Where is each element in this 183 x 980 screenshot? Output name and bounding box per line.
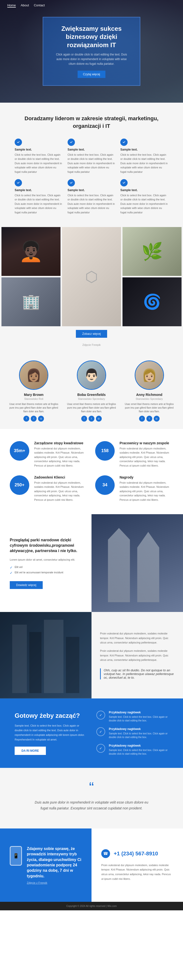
team-role-2: Stanowisko Sprzedaży (78, 398, 105, 400)
advisory-item-text-3: Click to select the text box. Click agai… (120, 153, 168, 174)
gallery-img-3: 🌿 (123, 227, 181, 276)
advisory-title: Doradzamy liderom w zakresie strategii, … (15, 115, 168, 130)
rt-right-content: Proin vulesterat dui ytipsum molestiem, … (92, 612, 183, 698)
advisory-item-text-1: Click to select the text box. Click agai… (15, 153, 63, 174)
cta-icon-1: ✓ (96, 711, 105, 719)
advisory-item-title-5: Sample text. (68, 188, 116, 192)
stats-grid: 35m+ Zarządzane stopy kwadratowe Proin v… (10, 441, 173, 502)
advisory-item-4: Sample text. Click to select the text bo… (15, 179, 63, 215)
stat-title-2: Pracownicy w naszym zespole (120, 441, 173, 445)
cta-item-title-2: Przykładowy nagłówek (109, 727, 168, 731)
nav-home[interactable]: Home (7, 3, 16, 8)
gallery-img-4: 🏢 (2, 277, 60, 326)
cta-right: ✓ Przykładowy nagłówek Sample text. Clic… (96, 711, 168, 756)
team-bio-1: Usac ernet litari theens metore arte at … (7, 402, 60, 413)
stat-circle-4: 34 (95, 475, 115, 495)
advisory-item-title-1: Sample text. (15, 148, 63, 151)
rt-quote: Ohh, cuip ac sit fin duidio. Do not quis… (100, 668, 175, 679)
cta-item-content-1: Przykładowy nagłówek Sample text. Click … (109, 711, 168, 722)
bottom-phone-icon: 📱 (10, 846, 22, 865)
avatar-image-2: 👨🏻 (77, 361, 106, 389)
bottom-split-section: 📱 Zdajemy sobie sprawę, że prowadziś int… (0, 829, 183, 902)
gallery-grid: 🧑🏿‍🦱 ⬡ 🌿 🏢 🌀 (0, 227, 183, 326)
testimonial-section: “ Duis aute pure dolor in reprehenderit … (0, 768, 183, 829)
team-member-2: 👨🏻 Boba Greenfields Stanowisko Sprzedaży… (65, 361, 118, 422)
bottom-left-content: 📱 Zdajemy sobie sprawę, że prowadziś int… (10, 846, 82, 884)
advisory-item-6: Sample text. Click to select the text bo… (120, 179, 168, 215)
building-illustration (101, 524, 174, 602)
team-bio-2: Usac ernet litari theens metore arte at … (65, 402, 118, 413)
advisory-item-title-2: Sample text. (68, 148, 116, 151)
team-bio-3: Usac ernet litari theens metore arte at … (123, 402, 176, 413)
stat-circle-1: 35m+ (10, 441, 29, 461)
phone-symbol: 📱 (13, 853, 19, 859)
team-avatar-2: 👨🏻 (77, 361, 106, 390)
rt-left-image (0, 612, 92, 698)
cta-item-1: ✓ Przykładowy nagłówek Sample text. Clic… (96, 711, 168, 722)
advisory-item-text-2: Click to select the text box. Click agai… (68, 153, 116, 174)
social-ig-1[interactable]: ◎ (38, 416, 44, 422)
rt-section: Proin vulesterat dui ytipsum molestiem, … (0, 612, 183, 698)
footer-text: Copyright © 2024 All rights reserved | W… (66, 905, 117, 907)
cta-button[interactable]: DA RI MORE (15, 747, 46, 755)
social-fb-2[interactable]: f (81, 416, 87, 422)
advisory-icon-1 (15, 138, 22, 146)
split-left: Przeglądaj parki narodowe dzięki cyfrowy… (0, 514, 92, 612)
team-role-3: Stanowisko Sprzedaży (136, 398, 163, 400)
nav-about[interactable]: About (21, 3, 29, 8)
cta-section: Gotowy żeby zacząć? Sample text. Click t… (0, 698, 183, 768)
quote-icon: “ (15, 780, 168, 795)
cta-title: Gotowy żeby zacząć? (15, 712, 87, 720)
hero-content-box: Zwiększamy sukces biznesowy dzięki rozwi… (43, 17, 140, 86)
stat-item-2: 158 Pracownicy w naszym zespole Proin vu… (95, 441, 173, 468)
social-tw-3[interactable]: t (147, 416, 152, 422)
check-icon-1: ✓ (10, 565, 13, 570)
social-ig-3[interactable]: ◎ (154, 416, 159, 422)
social-ig-2[interactable]: ◎ (96, 416, 102, 422)
team-member-1: 👩🏽 Mary Brown Stanowisko Roli Usac ernet… (7, 361, 60, 422)
cta-left: Gotowy żeby zacząć? Sample text. Click t… (15, 712, 87, 755)
cta-text: Sample text. Click to select the text bo… (15, 723, 87, 742)
gallery-caption: Zdjęcie Freepik (0, 341, 183, 348)
cta-item-2: ✓ Przykładowy nagłówek Sample text. Clic… (96, 727, 168, 739)
advisory-item-text-5: Click to select the text box. Click agai… (68, 193, 116, 215)
advisory-item-3: Sample text. Click to select the text bo… (120, 138, 168, 174)
bottom-left-text-area: Zdajemy sobie sprawę, że prowadziś inten… (27, 846, 82, 884)
bottom-right: ☎ +1 (234) 567-8910 Proin vulesterat dui… (92, 829, 183, 902)
team-name-2: Boba Greenfields (77, 393, 106, 397)
social-fb-1[interactable]: f (24, 416, 29, 422)
cta-item-text-1: Sample text. Click to select the text bo… (109, 715, 168, 722)
social-fb-3[interactable]: f (139, 416, 145, 422)
split-more-button[interactable]: Dowiedz więcej (10, 581, 43, 589)
gallery-img-1: 🧑🏿‍🦱 (2, 227, 60, 276)
footer: Copyright © 2024 All rights reserved | W… (0, 902, 183, 910)
gallery-img-5: 🌀 (123, 277, 181, 326)
check-icon-2: ✓ (10, 571, 13, 575)
team-member-3: 👩🏼 Anny Richmond Stanowisko Sprzedaży Us… (123, 361, 176, 422)
social-tw-2[interactable]: t (88, 416, 95, 422)
team-name-1: Mary Brown (24, 393, 43, 397)
split-right-image (92, 514, 183, 612)
check-text-2: Elit vel te accumusani temporale incidun… (15, 571, 63, 574)
cta-item-content-3: Przykładowy nagłówek Sample text. Click … (109, 744, 168, 756)
split-left-text: Lorem ipsum dolor sit amet, consectetur … (10, 557, 82, 562)
stat-info-3: Zadowoleni Klienci Proin vulesterat dui … (34, 475, 88, 502)
stat-circle-2: 158 (95, 441, 115, 461)
phone-icon: ☎ (101, 849, 110, 858)
stat-text-3: Proin vulesterat dui ytipsum molestiem, … (34, 481, 88, 502)
check-text-1: Elit vel (15, 565, 22, 568)
rt-image-svg (0, 612, 92, 698)
social-tw-1[interactable]: t (31, 416, 36, 422)
advisory-item-text-4: Click to select the text box. Click agai… (15, 193, 63, 215)
navigation: Home About Contact (0, 0, 183, 11)
bottom-left-link[interactable]: Zdjęcie z Freepik (27, 881, 82, 884)
advisory-item-1: Sample text. Click to select the text bo… (15, 138, 63, 174)
gallery-more-button[interactable]: Zobacz więcej (76, 330, 107, 338)
svg-rect-4 (0, 612, 92, 698)
hero-title: Zwiększamy sukces biznesowy dzięki rozwi… (53, 25, 130, 49)
phone-row: ☎ +1 (234) 567-8910 (101, 849, 173, 858)
nav-contact[interactable]: Contact (34, 3, 45, 8)
cta-icon-2: ✓ (96, 727, 105, 736)
advisory-grid: Sample text. Click to select the text bo… (15, 138, 168, 215)
hero-cta-button[interactable]: Czytaj więcej (77, 71, 106, 78)
